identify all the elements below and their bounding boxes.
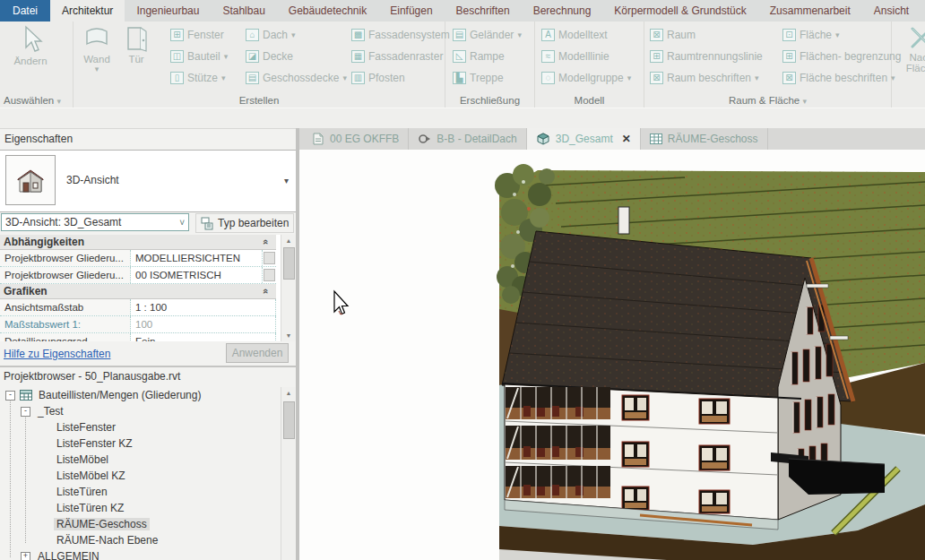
property-row[interactable]: Projektbrowser Gliederu... MODELLIERSICH… [0,250,276,267]
property-row[interactable]: Ansichtsmaßstab 1 : 100 [0,299,276,316]
properties-scrollbar[interactable]: ▲ ▼ [281,235,296,341]
raum-beschriften-button[interactable]: ⊠Raum beschriften ▾ [650,69,781,87]
treppe-icon: ▙ [453,72,466,84]
property-row[interactable]: Maßstabswert 1: 100 [0,316,276,333]
geschossdecke-button[interactable]: ▤Geschossdecke ▾ [246,69,346,87]
tuer-button[interactable]: Tür [117,24,156,91]
property-group-grafiken[interactable]: Grafiken « [0,284,276,299]
property-row[interactable]: Detaillierungsgrad Fein [0,333,276,341]
schedule-icon [20,390,32,401]
raumtrennungslinie-button[interactable]: ⊞Raumtrennungslinie [650,47,781,65]
rampe-button[interactable]: ◺Rampe [453,47,522,65]
gelaender-button[interactable]: ▤Geländer ▾ [453,26,522,44]
fassadenraster-button[interactable]: ▦Fassadenraster [351,47,445,65]
tree-item-listetueren-kz[interactable]: ListeTüren KZ [0,500,281,516]
type-selector[interactable]: 3D-Ansicht ▾ [0,150,296,212]
tree-item-listefenster-kz[interactable]: ListeFenster KZ [0,435,281,452]
properties-palette: Eigenschaften 3D-Ansicht ▾ 3D-Ansicht: 3… [0,128,299,560]
dropdown-icon: ▾ [627,73,632,82]
tree-item-allgemein[interactable]: + ALLGEMEIN [0,548,281,560]
ribbon-tab-bar: Datei Architektur Ingenieurbau Stahlbau … [0,0,925,22]
schedule-icon [650,134,662,144]
scrollbar-thumb[interactable] [283,247,295,280]
dropdown-icon: ▾ [755,73,759,82]
modellgruppe-button[interactable]: ◌Modellgruppe ▾ [541,69,631,87]
panel-label-auswaehlen[interactable]: Auswählen ▾ [0,95,73,106]
tree-item-listefenster[interactable]: ListeFenster [0,419,281,435]
raum-button[interactable]: ⊠Raum [650,26,781,44]
3d-scene [299,150,925,560]
bauteil-button[interactable]: ◫Bauteil ▾ [170,47,240,65]
panel-erstellen: Wand ▾ Tür ⊞Fenster ◫Bauteil ▾ ▯Stütze ▾… [73,22,445,108]
scrollbar-thumb[interactable] [283,401,295,439]
ribbon-tab-gebaeudetechnik[interactable]: Gebäudetechnik [277,0,378,22]
chevron-down-icon: ˅ [179,218,185,228]
fassadenraster-icon: ▦ [351,50,365,63]
collapse-chevron-icon: « [261,239,272,245]
property-group-abhaengigkeiten[interactable]: Abhängigkeiten « [0,235,276,250]
modelltext-button[interactable]: AModelltext [541,26,631,44]
project-browser-title: Projektbrowser - 50_Planausgabe.rvt [0,367,296,385]
view-tab-bb-detaildach[interactable]: B-B - DetailDach [409,128,526,150]
fassadensystem-button[interactable]: ▩Fassadensystem [351,26,445,44]
help-link[interactable]: Hilfe zu Eigenschaften [4,348,110,360]
ribbon: Ändern Auswählen ▾ Wand ▾ Tür ⊞Fens [0,22,925,108]
fenster-button[interactable]: ⊞Fenster [170,26,240,44]
ribbon-tab-einfuegen[interactable]: Einfügen [378,0,444,22]
view-tab-00-eg-okffb[interactable]: 00 EG OKFFB [303,128,409,150]
ribbon-tab-ansicht[interactable]: Ansicht [862,0,921,22]
tree-item-listetueren[interactable]: ListeTüren [0,484,281,500]
ribbon-tab-ingenieurbau[interactable]: Ingenieurbau [125,0,211,22]
ribbon-tab-koerpermodell[interactable]: Körpermodell & Grundstück [602,0,757,22]
view-tab-3d-gesamt[interactable]: 3D_Gesamt ✕ [527,128,641,150]
ribbon-tab-zusammenarbeit[interactable]: Zusammenarbeit [758,0,862,22]
wand-button[interactable]: Wand ▾ [77,24,117,91]
bauteil-icon: ◫ [170,50,184,63]
3d-view-icon [536,133,550,145]
row-browse-button[interactable] [264,269,275,281]
rampe-icon: ◺ [453,50,466,63]
tree-item-raeume-geschoss[interactable]: RÄUME-Geschoss [0,516,281,532]
decke-button[interactable]: ◪Decke [246,47,346,65]
balconies [506,387,610,498]
pfosten-button[interactable]: ▥Pfosten [351,69,445,87]
aendern-button[interactable]: Ändern [11,24,50,91]
view-tab-raeume-geschoss[interactable]: RÄUME-Geschoss [641,128,768,150]
drawing-area[interactable] [299,150,925,560]
edit-type-button[interactable]: Typ bearbeiten [195,213,294,233]
browser-scrollbar[interactable]: ▲ [281,387,296,560]
dach-button[interactable]: ⌂Dach ▾ [246,26,346,44]
mouse-cursor [334,291,348,314]
flaeche-beschriften-button[interactable]: ⊠Fläche beschriften ▾ [782,69,890,87]
ribbon-tab-berechnung[interactable]: Berechnung [522,0,603,22]
dropdown-icon: ▾ [221,73,226,82]
instance-selector-combo[interactable]: 3D-Ansicht: 3D_Gesamt ˅ [1,213,189,231]
sheet-icon [312,133,324,145]
treppe-button[interactable]: ▙Treppe [453,69,522,87]
tree-item-raeume-nach-ebene[interactable]: RÄUME-Nach Ebene [0,532,281,548]
file-menu-button[interactable]: Datei [0,0,50,22]
ribbon-tab-architektur[interactable]: Architektur [50,0,125,22]
ribbon-tab-beschriften[interactable]: Beschriften [445,0,522,22]
row-browse-button[interactable] [264,252,275,264]
modelllinie-button[interactable]: ≈Modelllinie [541,47,631,65]
stuetze-button[interactable]: ▯Stütze ▾ [170,69,240,87]
nach-flaeche-button[interactable]: Nach Fläche [899,24,925,91]
scroll-down-icon: ▼ [281,330,296,341]
flaeche-button[interactable]: ⊡Fläche ▾ [782,26,890,44]
panel-label-raum-flaeche[interactable]: Raum & Fläche ▾ [644,95,891,106]
ribbon-tab-stahlbau[interactable]: Stahlbau [211,0,276,22]
edit-type-icon [201,217,214,230]
flaechen-begrenzung-button[interactable]: ⊞Flächen- begrenzung [782,47,890,65]
property-row[interactable]: Projektbrowser Gliederu... 00 ISOMETRISC… [0,267,276,284]
tree-item-test[interactable]: - _Test [0,403,281,419]
modify-cursor-icon [18,24,43,55]
tree-item-listemoebel[interactable]: ListeMöbel [0,452,281,468]
ribbon-tab-verwalten[interactable]: Verwalten [921,0,925,22]
tree-item-listemoebel-kz[interactable]: ListeMöbel KZ [0,468,281,484]
close-icon[interactable]: ✕ [622,133,631,145]
type-selector-dropdown-icon[interactable]: ▾ [284,176,289,185]
apply-button[interactable]: Anwenden [226,343,289,363]
tree-item-bauteillisten[interactable]: - Bauteillisten/Mengen (Gliederung) [0,387,281,403]
panel-modell: AModelltext ≈Modelllinie ◌Modellgruppe ▾… [535,22,644,108]
